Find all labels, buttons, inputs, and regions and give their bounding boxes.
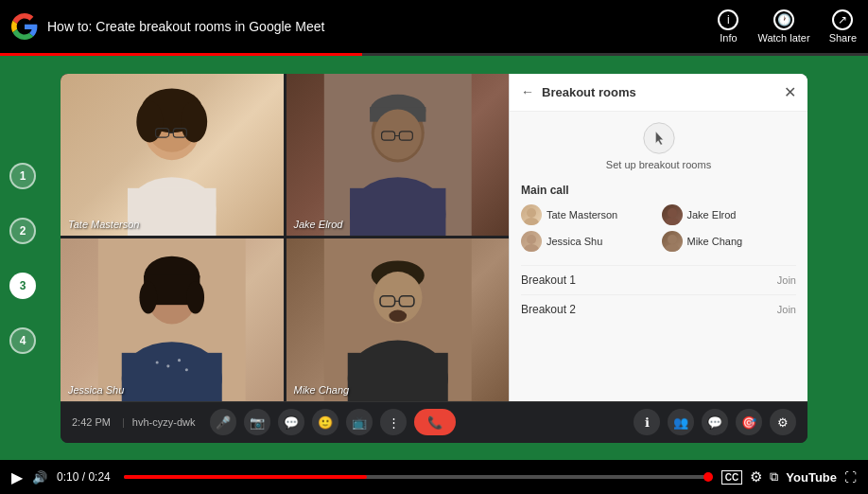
- main-call-participants: Tate Masterson Jake Elrod: [521, 204, 796, 252]
- breakout-room-2-row: Breakout 2 Join: [521, 294, 796, 324]
- mike-silhouette: [286, 238, 510, 401]
- settings-player-button[interactable]: ⚙: [750, 468, 762, 485]
- video-cell-jake: Jake Elrod: [286, 74, 510, 237]
- svg-point-44: [524, 218, 539, 225]
- miniplayer-button[interactable]: ⧉: [770, 469, 778, 485]
- step-2[interactable]: 2: [9, 218, 36, 244]
- jake-name: Jake Elrod: [294, 219, 343, 230]
- volume-button[interactable]: 🔊: [32, 470, 47, 485]
- video-grid: Tate Masterson: [61, 74, 509, 401]
- setup-breakout-section: Set up breakout rooms: [521, 121, 796, 170]
- progress-fill: [124, 475, 368, 479]
- close-panel-button[interactable]: ✕: [784, 83, 796, 101]
- info-icon: i: [718, 9, 738, 30]
- chip-mike-name: Mike Chang: [687, 236, 743, 247]
- camera-button[interactable]: 📷: [244, 409, 270, 435]
- svg-point-31: [185, 368, 188, 371]
- tate-silhouette: [61, 74, 284, 237]
- svg-point-50: [665, 244, 680, 252]
- meet-toolbar: 2:42 PM | hvh-cyzy-dwk 🎤 📷 💬 🙂 📺 ⋮ 📞 ℹ 👥…: [61, 401, 807, 443]
- end-call-button[interactable]: 📞: [414, 409, 456, 435]
- back-arrow-icon[interactable]: ←: [521, 84, 534, 99]
- meet-time: 2:42 PM: [72, 416, 111, 428]
- present-button[interactable]: 📺: [346, 409, 373, 435]
- fullscreen-button[interactable]: ⛶: [844, 470, 857, 485]
- svg-point-24: [139, 281, 157, 313]
- svg-point-29: [166, 364, 169, 367]
- people-button[interactable]: 👥: [668, 409, 694, 435]
- breakout-1-join-button[interactable]: Join: [777, 274, 796, 286]
- play-button[interactable]: ▶: [11, 468, 23, 486]
- captions-button[interactable]: 💬: [278, 409, 304, 435]
- time-display: 0:10 / 0:24: [57, 470, 111, 484]
- meet-meeting-id: hvh-cyzy-dwk: [132, 416, 196, 428]
- top-bar: How to: Create breakout rooms in Google …: [0, 0, 868, 53]
- setup-text: Set up breakout rooms: [606, 159, 711, 170]
- video-player: How to: Create breakout rooms in Google …: [0, 0, 868, 494]
- breakout-1-name: Breakout 1: [521, 273, 777, 287]
- svg-point-39: [389, 310, 407, 322]
- video-cell-mike: Mike Chang: [286, 238, 510, 401]
- video-cell-jessica: Jessica Shu: [61, 238, 284, 401]
- info-button[interactable]: i Info: [718, 9, 738, 44]
- svg-point-49: [668, 235, 677, 244]
- svg-rect-27: [122, 353, 222, 401]
- watch-later-icon: 🕐: [773, 9, 794, 30]
- svg-rect-19: [350, 187, 445, 236]
- jessica-silhouette: [61, 238, 284, 401]
- avatar-jake: [662, 204, 683, 225]
- meet-ui: Tate Masterson: [61, 74, 807, 443]
- top-actions: i Info 🕐 Watch later ↗ Share: [718, 9, 857, 44]
- watch-later-button[interactable]: 🕐 Watch later: [757, 9, 809, 44]
- youtube-logo: YouTube: [786, 470, 837, 485]
- meet-main: Tate Masterson: [61, 74, 807, 401]
- step-4[interactable]: 4: [9, 327, 36, 354]
- breakout-panel: ← Breakout rooms ✕ Set up breakou: [509, 74, 807, 401]
- activities-button[interactable]: 🎯: [736, 409, 762, 435]
- avatar-mike: [662, 231, 683, 252]
- svg-point-28: [156, 361, 159, 363]
- chip-jake-name: Jake Elrod: [687, 209, 737, 221]
- progress-dot: [703, 472, 713, 482]
- toolbar-separator: |: [122, 416, 125, 428]
- step-1[interactable]: 1: [9, 163, 36, 189]
- main-content: 1 2 3 4: [0, 56, 868, 460]
- breakout-2-join-button[interactable]: Join: [777, 304, 796, 315]
- mic-button[interactable]: 🎤: [210, 409, 236, 435]
- setup-breakout-icon: [642, 121, 676, 155]
- main-call-label: Main call: [521, 184, 796, 197]
- breakout-2-name: Breakout 2: [521, 303, 777, 316]
- video-title: How to: Create breakout rooms in Google …: [47, 19, 718, 34]
- chat-button[interactable]: 💬: [702, 409, 728, 435]
- player-right-controls: CC ⚙ ⧉ YouTube ⛶: [721, 468, 857, 485]
- svg-point-30: [178, 359, 181, 362]
- chip-jessica: Jessica Shu: [521, 231, 656, 252]
- chip-jake: Jake Elrod: [662, 204, 797, 225]
- player-controls: ▶ 🔊 0:10 / 0:24 CC ⚙ ⧉ YouTube ⛶: [0, 460, 868, 494]
- step-indicators: 1 2 3 4: [9, 163, 36, 354]
- share-button[interactable]: ↗ Share: [829, 9, 857, 44]
- svg-point-25: [186, 281, 204, 313]
- step-3-active[interactable]: 3: [9, 273, 36, 299]
- svg-point-47: [527, 235, 536, 244]
- settings-meet-button[interactable]: ⚙: [770, 409, 796, 435]
- chip-tate: Tate Masterson: [521, 204, 656, 225]
- avatar-tate: [521, 204, 542, 225]
- panel-header: ← Breakout rooms ✕: [510, 74, 807, 112]
- avatar-jessica: [521, 231, 542, 252]
- svg-point-48: [524, 244, 539, 252]
- captions-player-button[interactable]: CC: [721, 470, 742, 485]
- reactions-button[interactable]: 🙂: [312, 409, 339, 435]
- breakout-room-1-row: Breakout 1 Join: [521, 265, 796, 294]
- toolbar-right-icons: ℹ 👥 💬 🎯 ⚙: [634, 409, 796, 435]
- chip-jessica-name: Jessica Shu: [547, 236, 602, 247]
- panel-body: Set up breakout rooms Main call Tate Mas…: [510, 112, 807, 401]
- more-button[interactable]: ⋮: [380, 409, 407, 435]
- info-meet-button[interactable]: ℹ: [634, 409, 660, 435]
- toolbar-icons: 🎤 📷 💬 🙂 📺 ⋮ 📞: [210, 409, 456, 435]
- jake-silhouette: [286, 74, 510, 237]
- svg-point-4: [181, 100, 207, 142]
- google-logo-icon: [11, 13, 38, 40]
- mike-name: Mike Chang: [294, 384, 350, 396]
- progress-bar[interactable]: [124, 475, 708, 479]
